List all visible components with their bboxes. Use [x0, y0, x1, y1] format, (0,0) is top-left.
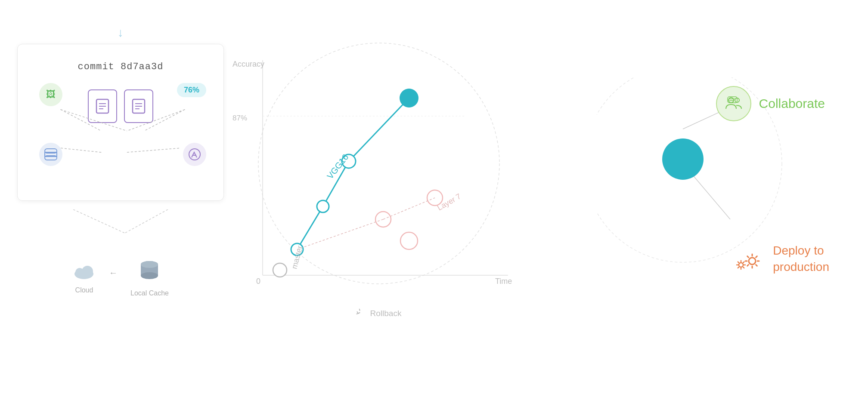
down-arrow-icon: ↓ — [17, 26, 224, 40]
rollback-label[interactable]: Rollback — [356, 309, 402, 318]
rollback-icon — [356, 309, 367, 318]
svg-point-62 — [739, 263, 743, 267]
right-section: Collaborate Deploy to production — [597, 77, 834, 292]
svg-point-39 — [273, 263, 287, 277]
cloud-label: Cloud — [75, 286, 93, 294]
lambda-icon-node — [183, 143, 206, 166]
svg-point-55 — [662, 138, 704, 180]
svg-text:Accuracy: Accuracy — [232, 60, 264, 68]
svg-text:0: 0 — [256, 277, 260, 286]
svg-point-23 — [82, 266, 93, 277]
left-section: ↓ commit 8d7aa3d 🖼 76% — [17, 26, 224, 297]
storage-icon-node — [39, 143, 62, 166]
image-icon-node: 🖼 — [39, 83, 62, 106]
doc-box-2 — [124, 89, 153, 123]
cache-label: Local Cache — [130, 289, 169, 297]
svg-point-17 — [189, 149, 200, 160]
chart-area: VGG16 master Layer 7 Accuracy 87% 0 Time… — [228, 34, 530, 327]
svg-point-61 — [749, 258, 756, 264]
svg-line-32 — [297, 206, 323, 249]
database-icon — [138, 258, 161, 286]
local-cache-item: Local Cache — [130, 258, 169, 297]
svg-point-42 — [400, 232, 418, 249]
collaborate-text: Collaborate — [759, 96, 825, 111]
accuracy-badge: 76% — [177, 83, 206, 97]
svg-line-34 — [349, 98, 409, 161]
svg-point-27 — [141, 261, 158, 268]
svg-line-19 — [73, 209, 125, 233]
doc-box-1 — [88, 89, 117, 123]
commit-title: commit 8d7aa3d — [31, 61, 211, 72]
svg-text:Time: Time — [495, 277, 512, 286]
arrow-right-icon: ← — [109, 268, 118, 278]
commit-box: commit 8d7aa3d 🖼 76% — [17, 44, 224, 201]
svg-point-26 — [141, 272, 158, 279]
svg-line-43 — [297, 219, 383, 249]
svg-point-38 — [400, 89, 418, 108]
svg-text:87%: 87% — [232, 114, 247, 122]
svg-line-44 — [383, 198, 435, 219]
storage-lines-svg — [17, 209, 224, 244]
chart-section: VGG16 master Layer 7 Accuracy 87% 0 Time… — [228, 34, 530, 327]
svg-line-20 — [125, 209, 168, 233]
deploy-icon — [735, 244, 765, 274]
collaborate-node: Collaborate — [716, 86, 825, 121]
rollback-text: Rollback — [370, 309, 402, 318]
collaborate-icon — [716, 86, 751, 121]
cloud-storage-item: Cloud — [72, 262, 96, 294]
cloud-icon — [72, 262, 96, 283]
deploy-node: Deploy to production — [735, 243, 829, 275]
deploy-text: Deploy to production — [773, 243, 829, 275]
chart-svg: VGG16 master Layer 7 Accuracy 87% 0 Time — [228, 34, 530, 327]
svg-point-36 — [317, 200, 329, 212]
svg-point-56 — [728, 98, 734, 103]
storage-section: Cloud ← Local Cache — [17, 258, 224, 297]
